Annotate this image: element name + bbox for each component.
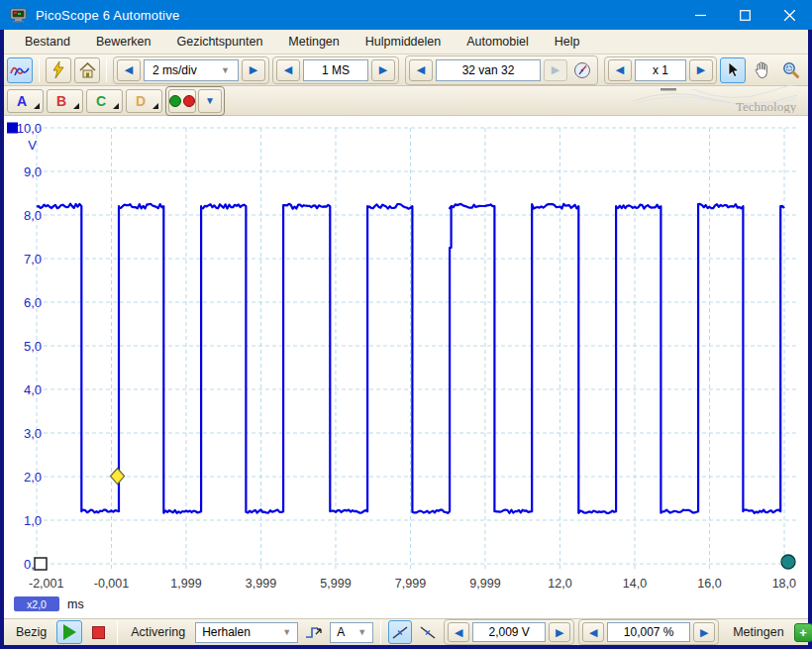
y-tick-label: 10,0: [17, 121, 42, 136]
x-tick-label: 3,999: [246, 577, 276, 591]
trigger-section-label: Activering: [125, 625, 191, 639]
marquee-zoom-button[interactable]: [777, 57, 803, 83]
stop-icon: [92, 626, 105, 639]
pointer-tool-button[interactable]: [720, 57, 746, 83]
timebase-next-button[interactable]: ▶: [242, 59, 265, 81]
trigger-level-down-button[interactable]: ◀: [448, 622, 469, 642]
x-tick-label: 1,999: [170, 577, 201, 591]
toolbar-separator: [106, 58, 107, 82]
home-icon: [79, 62, 96, 78]
add-measurement-button[interactable]: +: [794, 623, 812, 642]
buffer-navigator-icon: [573, 61, 591, 79]
samples-next-button[interactable]: ▶: [371, 59, 395, 81]
y-tick-label: 8,0: [24, 208, 42, 223]
probe-b-dot-icon: [183, 95, 195, 107]
pan-tool-button[interactable]: [749, 57, 774, 83]
home-button[interactable]: [74, 57, 100, 83]
maximize-button[interactable]: [723, 0, 767, 30]
close-button[interactable]: [767, 0, 812, 30]
channel-c-button[interactable]: C: [86, 89, 123, 113]
channel-label: C: [96, 93, 106, 109]
x-tick-label: 5,999: [320, 577, 351, 591]
menu-item-help[interactable]: Help: [542, 30, 593, 54]
scope-view[interactable]: 10,09,08,07,06,05,04,03,02,01,00,0V-2,00…: [4, 116, 808, 618]
channels-toolbar: ABCD ▼ Technology: [4, 86, 808, 116]
falling-edge-icon: [419, 625, 437, 640]
y-tick-label: 7,0: [24, 252, 42, 267]
zoom-factor-field[interactable]: x 1: [635, 59, 686, 81]
chevron-down-icon: ▼: [205, 95, 215, 106]
minimize-icon: [695, 10, 706, 21]
chevron-down-icon: ▼: [221, 65, 230, 75]
samples-field[interactable]: 1 MS: [303, 59, 368, 81]
pretrigger-value: 10,007 %: [624, 625, 674, 639]
y-tick-label: 9,0: [24, 164, 42, 179]
timebase-select[interactable]: 2 ms/div ▼: [144, 59, 239, 81]
channel-label: D: [136, 93, 146, 109]
buffer-prev-button[interactable]: ◀: [409, 59, 433, 81]
menu-item-bewerken[interactable]: Bewerken: [83, 30, 164, 54]
app-icon: [10, 8, 28, 23]
buffer-navigator-button[interactable]: [570, 58, 594, 82]
chevron-down-icon: ▼: [272, 627, 291, 637]
x-tick-label: -2,001: [29, 577, 63, 591]
zoom-prev-button[interactable]: ◀: [608, 59, 632, 81]
main-toolbar: ◀ 2 ms/div ▼ ▶ ◀ 1 MS ▶ ◀ 32 van 32 ▶: [4, 54, 808, 86]
probe-status-button[interactable]: [168, 89, 196, 113]
zero-offset-marker[interactable]: [35, 558, 47, 570]
trigger-source-select[interactable]: A ▼: [330, 622, 373, 643]
trigger-level-field[interactable]: 2,009 V: [472, 622, 546, 642]
pointer-cursor-icon: [726, 61, 741, 78]
x-tick-label: 9,999: [469, 577, 500, 591]
trigger-source-value: A: [337, 625, 345, 639]
pretrigger-field[interactable]: 10,007 %: [607, 622, 690, 642]
pretrigger-up-button[interactable]: ▶: [693, 622, 715, 642]
falling-edge-button[interactable]: [416, 620, 440, 644]
window-controls: [678, 0, 812, 30]
x-tick-label: 14,0: [623, 577, 647, 591]
pretrigger-down-button[interactable]: ◀: [582, 622, 604, 642]
menu-item-gezichtspunten[interactable]: Gezichtspunten: [163, 30, 275, 54]
channel-a-button[interactable]: A: [7, 89, 44, 113]
x-tick-label: 16,0: [697, 577, 721, 591]
logo-text: Technology: [736, 99, 797, 113]
title-bar: PicoScope 6 Automotive: [0, 0, 812, 30]
trigger-mode-select[interactable]: Herhalen ▼: [195, 622, 298, 643]
minimize-button[interactable]: [678, 0, 723, 30]
scope-view-button[interactable]: [7, 57, 33, 83]
channel-b-button[interactable]: B: [47, 89, 83, 113]
lightning-icon: [52, 61, 64, 78]
channel-a-axis-marker[interactable]: [7, 123, 18, 134]
buffer-field[interactable]: 32 van 32: [436, 59, 541, 81]
menu-item-hulpmiddelen[interactable]: Hulpmiddelen: [353, 30, 454, 54]
timebase-prev-button[interactable]: ◀: [117, 59, 141, 81]
menu-item-metingen[interactable]: Metingen: [275, 30, 352, 54]
rising-edge-button[interactable]: [388, 620, 412, 644]
trigger-mode-value: Herhalen: [202, 625, 251, 639]
menu-item-bestand[interactable]: Bestand: [12, 30, 83, 54]
stop-capture-button[interactable]: [86, 620, 110, 644]
channel-label: A: [17, 93, 27, 109]
channel-label: B: [56, 93, 66, 109]
buffer-end-marker[interactable]: [781, 555, 795, 569]
channel-options-corner-icon: [73, 103, 79, 109]
buffer-next-button[interactable]: ▶: [544, 59, 567, 81]
channel-options-corner-icon: [113, 103, 119, 109]
trigger-marker[interactable]: [111, 469, 125, 485]
start-capture-button[interactable]: [56, 620, 82, 644]
channel-d-button[interactable]: D: [126, 89, 162, 113]
samples-prev-button[interactable]: ◀: [276, 59, 300, 81]
zoom-next-button[interactable]: ▶: [689, 59, 713, 81]
menu-item-automobiel[interactable]: Automobiel: [454, 30, 542, 54]
advanced-trigger-button[interactable]: [302, 620, 326, 644]
probe-dropdown-button[interactable]: ▼: [198, 89, 222, 113]
x-tick-label: 12,0: [548, 577, 571, 591]
x-axis-unit-label: ms: [67, 597, 84, 611]
auto-setup-button[interactable]: [46, 57, 71, 83]
measurements-label: Metingen: [727, 625, 789, 639]
trigger-toolbar: Bezig Activering Herhalen ▼ A ▼ ◀: [4, 618, 808, 645]
y-tick-label: 2,0: [24, 470, 42, 485]
zoom-in-button[interactable]: [806, 57, 812, 83]
trigger-level-up-button[interactable]: ▶: [549, 622, 570, 642]
toolbar-separator: [117, 620, 118, 644]
